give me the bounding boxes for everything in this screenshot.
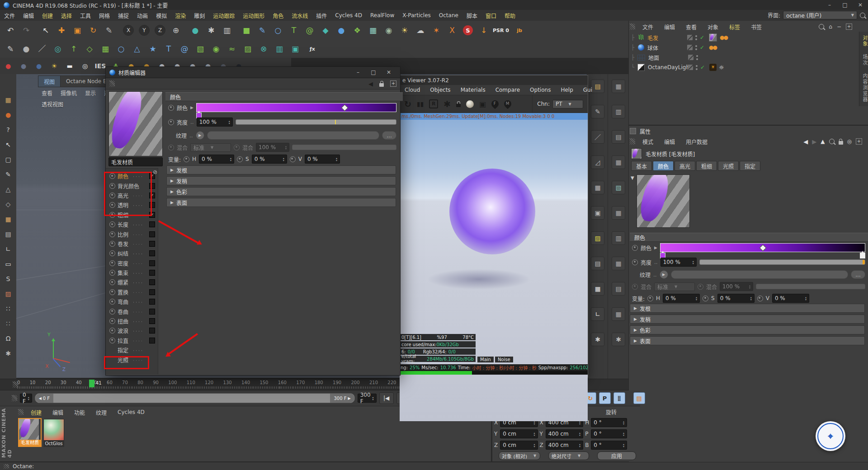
menu-item[interactable]: 文件 (0, 12, 19, 19)
channel-radio[interactable] (168, 119, 174, 125)
mix-radio[interactable] (632, 284, 638, 290)
spline-primitive-icon[interactable]: ○ (270, 23, 286, 38)
attr-menu-item[interactable]: 模式 (637, 138, 659, 146)
apply-button[interactable]: 应用 (597, 451, 636, 460)
object-row-floor[interactable]: ├ 地面 (631, 52, 854, 62)
polygon-tool-icon[interactable]: △ (2, 183, 14, 195)
mix-radio[interactable] (168, 145, 174, 150)
move-icon[interactable]: ✚ (54, 23, 69, 38)
spiral-primitive-icon[interactable]: @ (302, 23, 317, 38)
lock-resolution-icon[interactable] (456, 103, 461, 107)
channel-checkbox[interactable] (149, 260, 155, 266)
keyframe-mode-button[interactable]: ▤ (633, 392, 645, 404)
forward-icon[interactable]: ▶ (812, 138, 816, 145)
om-menu-item[interactable]: 对象 (702, 23, 724, 31)
octane-daylight-icon[interactable]: ☀ (48, 60, 61, 72)
menu-item[interactable]: 工具 (76, 12, 95, 19)
editor-toggle[interactable] (687, 45, 693, 50)
add-panel-icon[interactable]: + (846, 24, 852, 30)
octane-ies-icon[interactable]: IES (94, 60, 107, 72)
channel-checkbox[interactable] (149, 318, 155, 324)
editor-toggle[interactable] (688, 55, 693, 60)
array-grid-icon[interactable]: ▦ (612, 206, 625, 220)
mix-strength-radio[interactable] (698, 284, 703, 290)
drag-handle[interactable] (4, 464, 9, 469)
side-tab[interactable]: 内容浏览器 (859, 70, 868, 106)
symmetry-icon[interactable]: ▥ (272, 41, 287, 56)
menu-item[interactable]: 脚本 (462, 12, 481, 19)
range-end-grip[interactable]: 300 F▶ (330, 394, 354, 403)
octane-arealight-icon[interactable]: ▬ (63, 60, 76, 72)
lock-icon[interactable] (379, 83, 384, 87)
circle-spline-icon[interactable]: ○ (113, 41, 129, 56)
material-name-field[interactable]: 毛发材质 (108, 157, 163, 166)
channel-checkbox[interactable] (149, 289, 155, 295)
channel-row[interactable]: 弯曲 (106, 297, 158, 306)
menu-item[interactable]: Cycles 4D (331, 12, 366, 19)
gradient-knob[interactable] (341, 104, 349, 112)
lv-menu-item[interactable]: Options (525, 87, 556, 93)
viewport-menu-item[interactable]: 显示 (85, 89, 96, 97)
texture-arrow-button[interactable]: ▶ (196, 131, 204, 140)
range-start-grip[interactable]: ◀0 F (35, 394, 53, 403)
drag-handle[interactable] (630, 24, 635, 30)
edges-mode-icon[interactable]: ∷ (2, 318, 14, 329)
particles-icon[interactable]: ✶ (429, 23, 444, 38)
dock-grid-icon[interactable]: ▦ (591, 181, 604, 194)
knife-icon[interactable]: ／ (34, 41, 50, 56)
array-grid-icon[interactable]: ▤ (612, 130, 625, 144)
channel-radio[interactable] (109, 289, 115, 295)
y-axis-icon[interactable]: Y (137, 23, 152, 38)
rotation-field[interactable]: 0 °▴▾ (591, 429, 627, 438)
material-item-hair[interactable]: 毛发材质 (18, 418, 42, 447)
dialog-maximize-button[interactable]: □ (366, 69, 381, 75)
color-gradient[interactable] (660, 243, 865, 252)
collapsed-section[interactable]: ▶发根 (166, 165, 396, 174)
channel-row[interactable]: 卷曲 (106, 306, 158, 316)
visibility-dots[interactable] (695, 45, 697, 50)
editor-toggle[interactable] (687, 35, 693, 40)
channel-dropdown[interactable]: PT▼ (552, 100, 583, 108)
layer-stack-icon[interactable]: ▤ (2, 228, 14, 240)
mix-strength-field[interactable]: 100 %▴▾ (256, 143, 289, 152)
channel-radio[interactable] (109, 318, 115, 324)
mm-menu-item[interactable]: Cycles 4D (112, 409, 150, 415)
mm-menu-item[interactable]: 纹理 (90, 409, 112, 416)
gear-ring-tag[interactable]: ☼ (719, 64, 724, 71)
dock-box-icon[interactable]: ▣ (591, 206, 604, 220)
download-icon[interactable]: ↓ (476, 23, 491, 38)
loft-nurbs-icon[interactable]: ▨ (240, 41, 255, 56)
x-axis-icon[interactable]: X (121, 23, 136, 38)
array-grid-icon[interactable]: ▦ (612, 257, 625, 270)
menu-item[interactable]: 插件 (312, 12, 331, 19)
collapsed-section[interactable]: ▶色彩 (166, 187, 396, 196)
h-field[interactable]: 0 %▴▾ (199, 155, 234, 164)
channel-row[interactable]: 密度 (106, 258, 158, 268)
viewport-menu-item[interactable]: 查看 (42, 89, 52, 97)
menu-item[interactable]: RealFlow (366, 12, 398, 19)
rotation-field[interactable]: 0 °▴▾ (591, 418, 627, 427)
rotate-icon[interactable]: ↻ (85, 23, 101, 38)
search-icon[interactable] (860, 13, 865, 18)
interface-dropdown[interactable]: octane (用户)▼ (783, 11, 857, 19)
recent-tool-icon[interactable]: ✎ (101, 23, 117, 38)
menu-item[interactable]: 运动跟踪 (209, 12, 239, 19)
channel-row[interactable]: 纠结 (106, 249, 158, 258)
ngon-spline-icon[interactable]: △ (129, 41, 145, 56)
drag-handle[interactable] (12, 395, 17, 401)
channel-radio[interactable] (632, 245, 638, 251)
rectangle-select-icon[interactable]: ▢ (2, 154, 14, 165)
gear-icon[interactable]: ✱ (443, 99, 451, 109)
channel-checkbox[interactable] (149, 270, 155, 276)
menu-item[interactable]: 捕捉 (114, 12, 133, 19)
tab-main[interactable]: Main (477, 357, 494, 362)
s-field[interactable]: 0 %▴▾ (252, 155, 287, 164)
new-panel-icon[interactable]: + (856, 138, 862, 145)
dock-stack-icon[interactable]: ▤ (591, 257, 604, 270)
instance-icon[interactable]: ▣ (288, 41, 303, 56)
lock-icon[interactable] (839, 141, 843, 145)
channel-radio[interactable] (168, 105, 174, 111)
channel-checkbox[interactable] (149, 338, 155, 343)
helix-spline-icon[interactable]: @ (177, 41, 192, 56)
channel-checkbox[interactable] (149, 241, 155, 247)
